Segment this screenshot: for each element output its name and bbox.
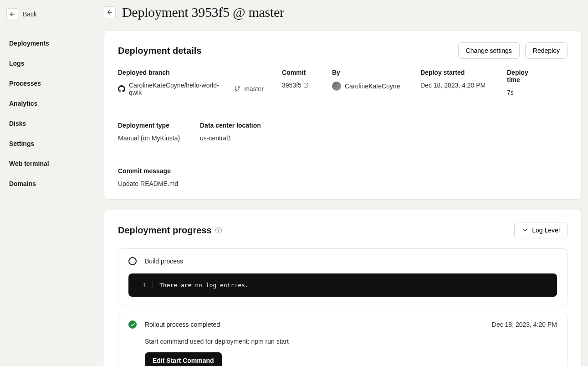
started-label: Deploy started bbox=[420, 69, 489, 76]
dc-label: Data center location bbox=[200, 122, 273, 129]
back-label: Back bbox=[23, 10, 37, 18]
log-output: 1 There are no log entries. bbox=[128, 273, 557, 297]
by-label: By bbox=[332, 69, 402, 76]
rollout-title: Rollout process completed bbox=[145, 321, 220, 328]
by-name: CarolineKateCoyne bbox=[345, 82, 400, 90]
main-content: Deployment 3953f5 @ master Deployment de… bbox=[104, 0, 588, 366]
nav-domains[interactable]: Domains bbox=[6, 176, 97, 191]
by-value: CarolineKateCoyne bbox=[332, 82, 402, 91]
nav-deployments[interactable]: Deployments bbox=[6, 36, 97, 51]
log-message: There are no log entries. bbox=[153, 282, 249, 289]
chevron-down-icon bbox=[522, 227, 528, 233]
sidebar: Back Deployments Logs Processes Analytic… bbox=[0, 0, 104, 366]
avatar bbox=[332, 82, 341, 91]
arrow-left-icon bbox=[9, 11, 15, 17]
nav-web-terminal[interactable]: Web terminal bbox=[6, 156, 97, 171]
nav-logs[interactable]: Logs bbox=[6, 56, 97, 71]
nav-processes[interactable]: Processes bbox=[6, 76, 97, 91]
repo-name[interactable]: CarolineKateCoyne/hello-world-qwik bbox=[129, 82, 230, 96]
type-value: Manual (on MyKinsta) bbox=[118, 134, 182, 142]
progress-title: Deployment progress bbox=[118, 225, 212, 236]
rollout-time: Dec 18, 2023, 4:20 PM bbox=[492, 321, 557, 328]
branch-value: CarolineKateCoyne/hello-world-qwik maste… bbox=[118, 82, 264, 96]
started-value: Dec 18, 2023, 4:20 PM bbox=[420, 82, 489, 89]
redeploy-button[interactable]: Redeploy bbox=[525, 42, 568, 59]
status-empty-icon bbox=[128, 257, 137, 265]
help-icon[interactable]: ? bbox=[215, 227, 222, 233]
build-process-item: Build process 1 There are no log entries… bbox=[118, 248, 568, 305]
build-title: Build process bbox=[145, 258, 183, 265]
details-title: Deployment details bbox=[118, 46, 201, 56]
deployment-progress-card: Deployment progress ? Log Level Build pr… bbox=[104, 210, 582, 366]
nav-analytics[interactable]: Analytics bbox=[6, 96, 97, 111]
commit-link[interactable]: 3953f5 bbox=[282, 82, 314, 89]
log-line-number: 1 bbox=[128, 282, 153, 289]
svg-line-5 bbox=[306, 83, 308, 86]
sidebar-back-row[interactable]: Back bbox=[6, 8, 97, 20]
type-label: Deployment type bbox=[118, 122, 182, 129]
time-value: 7s bbox=[507, 89, 539, 96]
branch-name: master bbox=[244, 85, 264, 93]
arrow-left-icon bbox=[107, 9, 113, 15]
git-branch-icon bbox=[234, 86, 240, 92]
commit-hash: 3953f5 bbox=[282, 82, 302, 89]
rollout-message: Start command used for deployment: npm r… bbox=[145, 338, 557, 345]
time-label: Deploy time bbox=[507, 69, 539, 83]
change-settings-button[interactable]: Change settings bbox=[458, 42, 520, 59]
message-label: Commit message bbox=[118, 167, 549, 175]
message-value: Update README.md bbox=[118, 180, 549, 187]
branch-label: Deployed branch bbox=[118, 69, 264, 76]
github-icon bbox=[118, 85, 125, 93]
back-button[interactable] bbox=[6, 8, 18, 20]
edit-start-command-button[interactable]: Edit Start Command bbox=[145, 352, 222, 366]
title-back-button[interactable] bbox=[104, 6, 116, 18]
log-level-button[interactable]: Log Level bbox=[514, 222, 568, 238]
external-link-icon bbox=[303, 82, 309, 88]
rollout-process-item: Rollout process completed Dec 18, 2023, … bbox=[118, 312, 568, 366]
status-check-icon bbox=[128, 320, 137, 329]
page-title: Deployment 3953f5 @ master bbox=[122, 5, 284, 20]
deployment-details-card: Deployment details Change settings Redep… bbox=[104, 30, 582, 200]
log-level-label: Log Level bbox=[532, 227, 560, 234]
dc-value: us-central1 bbox=[200, 134, 273, 142]
commit-label: Commit bbox=[282, 69, 314, 76]
nav-settings[interactable]: Settings bbox=[6, 136, 97, 151]
nav-disks[interactable]: Disks bbox=[6, 116, 97, 131]
